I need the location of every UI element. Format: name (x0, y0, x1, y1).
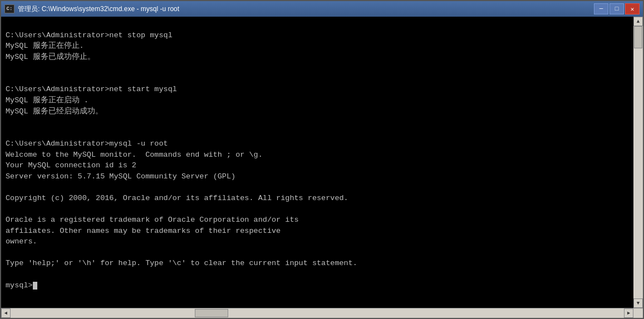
scroll-thumb-v[interactable] (634, 26, 642, 48)
cursor (33, 282, 37, 290)
window-controls: ─ □ ✕ (594, 3, 640, 14)
vertical-scrollbar[interactable]: ▲ ▼ (633, 17, 643, 308)
window-icon: C: (4, 4, 14, 13)
horizontal-scrollbar[interactable]: ◄ ► (1, 308, 643, 318)
scroll-track-v[interactable] (633, 26, 643, 298)
content-area: C:\Users\Administrator>net stop mysql My… (1, 17, 643, 308)
window-icon-label: C: (7, 6, 13, 12)
scroll-thumb-h[interactable] (195, 309, 228, 317)
terminal-output[interactable]: C:\Users\Administrator>net stop mysql My… (1, 17, 633, 308)
title-bar: C: 管理员: C:\Windows\system32\cmd.exe - my… (1, 1, 643, 17)
scroll-track-h[interactable] (11, 308, 624, 318)
terminal-text: C:\Users\Administrator>net stop mysql My… (6, 19, 629, 291)
cmd-window: C: 管理员: C:\Windows\system32\cmd.exe - my… (0, 0, 644, 319)
size-grip (633, 308, 643, 318)
scroll-down-button[interactable]: ▼ (633, 298, 643, 308)
scroll-left-button[interactable]: ◄ (1, 308, 11, 318)
scroll-right-button[interactable]: ► (624, 308, 633, 318)
scroll-up-button[interactable]: ▲ (633, 17, 643, 26)
window-title: 管理员: C:\Windows\system32\cmd.exe - mysql… (18, 4, 594, 14)
minimize-button[interactable]: ─ (594, 3, 608, 14)
close-button[interactable]: ✕ (625, 3, 640, 14)
maximize-button[interactable]: □ (609, 3, 624, 14)
